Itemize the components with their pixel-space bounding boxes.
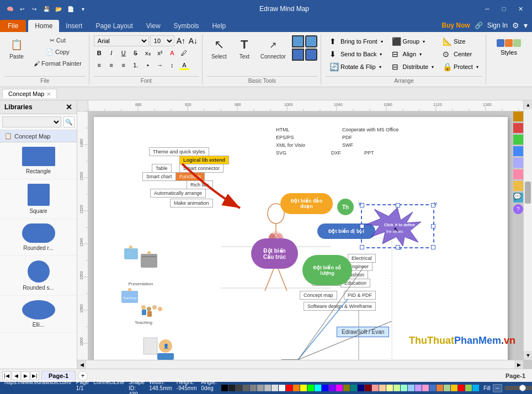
text-btn[interactable]: T Text xyxy=(232,35,257,61)
swatch-lavender[interactable] xyxy=(415,385,422,391)
swatch-4[interactable] xyxy=(250,385,257,391)
swatch-office-blue[interactable] xyxy=(429,385,436,391)
lib-item-rounded-s[interactable]: Rounded s... xyxy=(0,256,77,296)
rp-btn-1[interactable] xyxy=(513,111,523,121)
protect-btn[interactable]: 🔒 Protect ▾ xyxy=(439,61,482,73)
underline-btn[interactable]: U xyxy=(118,47,129,58)
tab-help[interactable]: Help xyxy=(206,20,233,32)
align-left-btn[interactable]: ≡ xyxy=(94,60,105,71)
swatch-lime[interactable] xyxy=(307,385,314,391)
italic-btn[interactable]: I xyxy=(106,47,117,58)
select-btn[interactable]: ↖ Select xyxy=(207,35,231,61)
zoom-slider[interactable] xyxy=(504,386,532,390)
rp-btn-2[interactable] xyxy=(513,123,523,133)
lib-item-square[interactable]: Square xyxy=(0,179,77,219)
libraries-close-btn[interactable]: ✕ xyxy=(66,103,72,111)
swatch-5[interactable] xyxy=(257,385,264,391)
highlight-btn[interactable]: 🖊 xyxy=(179,47,190,58)
size-btn[interactable]: 📐 Size xyxy=(439,35,482,47)
canvas-area[interactable]: 880 920 960 1000 1040 1080 1120 1160 xyxy=(77,100,532,369)
shape-fill2-btn[interactable] xyxy=(292,49,304,61)
swatch-olive[interactable] xyxy=(343,385,350,391)
group-btn[interactable]: ⬛ Group ▾ xyxy=(388,35,438,47)
lib-item-ellipse[interactable]: Elli... xyxy=(0,296,77,333)
qa-open-btn[interactable]: 📂 xyxy=(53,3,64,14)
qa-new-btn[interactable]: 📄 xyxy=(65,3,76,14)
lib-concept-map-item[interactable]: 📋 Concept Map xyxy=(0,130,77,142)
swatch-yellow[interactable] xyxy=(300,385,307,391)
scroll-thumb-v[interactable] xyxy=(525,182,531,204)
swatch-lt-blue[interactable] xyxy=(408,385,414,391)
bold-btn[interactable]: B xyxy=(94,47,105,58)
line-spacing-btn[interactable]: ↕ xyxy=(167,60,178,71)
tab-file[interactable]: File xyxy=(0,20,26,32)
tab-page-layout[interactable]: Page Layout xyxy=(89,20,139,32)
selected-element-container[interactable]: Click ✕ to define the series xyxy=(363,206,432,246)
scroll-track-v[interactable] xyxy=(524,109,532,351)
scroll-h[interactable]: ◀ ▶ xyxy=(77,360,523,369)
rp-btn-8[interactable]: 💬 xyxy=(513,193,523,203)
dot-bien-so-luong-node[interactable]: Đột biến sốlượng xyxy=(302,255,352,285)
format-painter-btn[interactable]: 🖌 Format Painter xyxy=(30,58,86,68)
swatch-gold[interactable] xyxy=(451,385,457,391)
swatch-office-green[interactable] xyxy=(444,385,450,391)
superscript-btn[interactable]: x² xyxy=(155,47,166,58)
swatch-red2[interactable] xyxy=(458,385,465,391)
swatch-mint[interactable] xyxy=(401,385,407,391)
dot-bien-dao-doan-node[interactable]: Đột biến đảođoạn xyxy=(280,193,333,214)
swatch-office-orange[interactable] xyxy=(437,385,443,391)
dot-bien-cau-truc-node[interactable]: Đột biếnCấu trúc xyxy=(251,238,298,269)
tab-view[interactable]: View xyxy=(140,20,167,32)
swatch-3[interactable] xyxy=(243,385,249,391)
qa-save-btn[interactable]: 💾 xyxy=(41,3,52,14)
swatch-magenta[interactable] xyxy=(336,385,343,391)
cut-btn[interactable]: ✂ Cut xyxy=(30,35,86,46)
copy-btn[interactable]: 📄 Copy xyxy=(30,47,86,57)
tab-home[interactable]: Home xyxy=(28,20,59,32)
rp-btn-4[interactable] xyxy=(513,146,523,156)
swatch-purple[interactable] xyxy=(329,385,336,391)
numbering-btn[interactable]: 1. xyxy=(130,60,141,71)
redo-btn[interactable]: ↪ xyxy=(29,3,40,14)
undo-btn[interactable]: ↩ xyxy=(17,3,28,14)
zoom-thumb[interactable] xyxy=(519,385,526,391)
minimize-btn[interactable]: ─ xyxy=(480,3,494,14)
connector-btn[interactable]: ↗ Connector xyxy=(258,35,289,61)
strikethrough-btn[interactable]: S̶ xyxy=(130,47,141,58)
indent-btn[interactable]: → xyxy=(155,60,166,71)
concept-map-tab-close[interactable]: ✕ xyxy=(46,91,51,97)
swatch-cyan[interactable] xyxy=(315,385,321,391)
lib-item-rounded-r[interactable]: Rounded r... xyxy=(0,219,77,256)
swatch-lt-yellow[interactable] xyxy=(386,385,393,391)
sign-in-btn[interactable]: Sign In xyxy=(487,22,508,29)
swatch-2[interactable] xyxy=(236,385,242,391)
swatch-1[interactable] xyxy=(228,385,235,391)
rp-btn-6[interactable] xyxy=(513,169,523,179)
font-size-select[interactable]: 10 xyxy=(150,35,174,46)
tab-symbols[interactable]: Symbols xyxy=(167,20,206,32)
scroll-up-btn[interactable]: ▲ xyxy=(524,100,532,109)
swatch-orange[interactable] xyxy=(293,385,300,391)
swatch-red[interactable] xyxy=(286,385,292,391)
rotate-flip-btn[interactable]: 🔄 Rotate & Flip ▾ xyxy=(326,61,387,73)
font-grow-btn[interactable]: A↑ xyxy=(175,35,187,46)
swatch-peach[interactable] xyxy=(379,385,386,391)
scroll-left-btn[interactable]: ◀ xyxy=(77,360,86,369)
font-color-btn[interactable]: A xyxy=(167,47,178,58)
align-btn[interactable]: ⊟ Align ▾ xyxy=(388,48,438,60)
th-node[interactable]: Th xyxy=(337,199,354,215)
scroll-right-btn[interactable]: ▶ xyxy=(514,360,523,369)
buy-now-btn[interactable]: Buy Now xyxy=(441,22,470,29)
lib-search-btn[interactable]: 🔍 xyxy=(63,116,75,127)
editing-btn[interactable]: ✏️ Editing xyxy=(528,36,532,64)
scroll-down-btn[interactable]: ▼ xyxy=(524,351,532,360)
swatch-pink[interactable] xyxy=(372,385,379,391)
send-to-back-btn[interactable]: ⬇ Send to Back ▾ xyxy=(326,48,387,60)
swatch-sky-blue[interactable] xyxy=(472,385,479,391)
swatch-6[interactable] xyxy=(264,385,271,391)
rp-btn-7[interactable] xyxy=(513,181,523,191)
swatch-white[interactable] xyxy=(279,385,285,391)
close-btn[interactable]: ✕ xyxy=(513,3,528,14)
tab-insert[interactable]: Insert xyxy=(59,20,89,32)
distribute-btn[interactable]: ⊟ Distribute ▾ xyxy=(388,61,438,73)
